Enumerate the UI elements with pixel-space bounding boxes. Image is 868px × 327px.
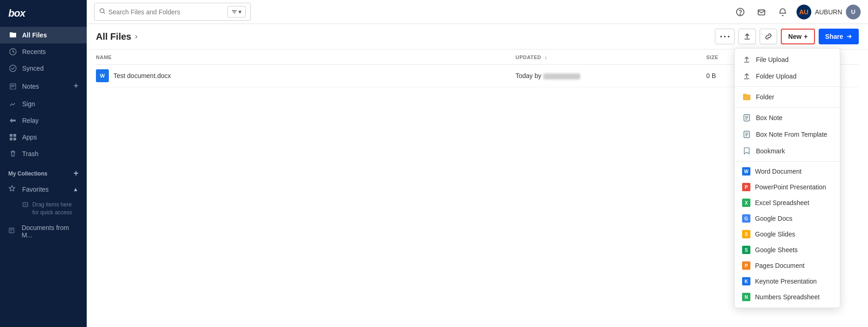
dropdown-file-upload[interactable]: File Upload (735, 51, 840, 68)
share-button[interactable]: Share (819, 29, 859, 44)
dropdown-google-docs[interactable]: G Google Docs (735, 211, 840, 226)
dropdown-box-note-template[interactable]: Box Note From Template (735, 126, 840, 143)
dropdown-folder-upload[interactable]: Folder Upload (735, 68, 840, 85)
search-input[interactable] (108, 8, 225, 16)
dropdown-word[interactable]: W Word Document (735, 164, 840, 179)
box-note-template-icon (742, 130, 751, 139)
file-name-label: Test document.docx (113, 72, 171, 79)
dropdown-excel[interactable]: X Excel Spreadsheet (735, 195, 840, 211)
dropdown-keynote[interactable]: K Keynote Presentation (735, 273, 840, 289)
trash-icon (8, 150, 18, 157)
dropdown-powerpoint[interactable]: P PowerPoint Presentation (735, 179, 840, 195)
dropdown-google-slides[interactable]: S Google Slides (735, 226, 840, 242)
gslides-icon: S (742, 230, 750, 238)
bookmark-label: Bookmark (756, 147, 785, 155)
auburn-logo: AU (799, 8, 809, 16)
bell-button[interactable] (775, 5, 790, 19)
new-plus-icon: + (804, 33, 808, 40)
sidebar-item-apps[interactable]: Apps (0, 129, 87, 145)
folder-upload-icon (742, 72, 751, 81)
dropdown-bookmark[interactable]: Bookmark (735, 143, 840, 159)
user-menu[interactable]: AU AUBURN U (797, 5, 861, 19)
box-note-label: Box Note (756, 114, 783, 121)
favorites-icon (8, 185, 18, 194)
sidebar-nav: All Files Recents Synced Notes + (0, 27, 87, 327)
sidebar-recents-label: Recents (22, 48, 46, 55)
dropdown-pages[interactable]: P Pages Document (735, 258, 840, 273)
notes-add-icon[interactable]: + (73, 81, 78, 91)
dropdown-folder[interactable]: Folder (735, 89, 840, 105)
svg-rect-5 (13, 138, 16, 140)
sidebar-item-sign[interactable]: Sign (0, 96, 87, 112)
breadcrumb-chevron-icon: › (135, 32, 137, 41)
sidebar-item-synced[interactable]: Synced (0, 60, 87, 77)
box-note-icon (742, 113, 751, 122)
box-wordmark: box (8, 7, 25, 19)
upload-icon (742, 55, 751, 64)
sidebar-favorites-label: Favorites (22, 186, 73, 193)
dropdown-numbers[interactable]: N Numbers Spreadsheet (735, 289, 840, 305)
svg-rect-3 (13, 134, 16, 137)
file-area-header: All Files › • • • New + Share (87, 24, 868, 49)
sidebar-item-trash[interactable]: Trash (0, 145, 87, 162)
sidebar-item-docs-from[interactable]: Documents from M... (0, 220, 87, 242)
sidebar: box All Files Recents Synced (0, 0, 87, 327)
folder-label: Folder (756, 93, 774, 101)
sidebar-item-favorites[interactable]: Favorites ▲ (0, 181, 87, 197)
gslides-label: Google Slides (755, 230, 795, 238)
check-circle-icon (8, 65, 18, 72)
new-label: New (788, 33, 802, 40)
sidebar-relay-label: Relay (22, 117, 39, 124)
username-label: AUBURN (815, 8, 842, 16)
collections-add-icon[interactable]: + (73, 169, 78, 178)
app-logo: box (0, 0, 87, 27)
dropdown-google-sheets[interactable]: S Google Sheets (735, 242, 840, 258)
col-updated-header[interactable]: Updated ↓ (516, 49, 707, 65)
dropdown-divider-1 (735, 86, 840, 87)
file-updated-cell: Today by (516, 65, 707, 87)
help-button[interactable] (733, 5, 748, 19)
keynote-label: Keynote Presentation (755, 278, 817, 285)
breadcrumb-title: All Files (96, 31, 131, 42)
user-badge: AU (797, 5, 811, 19)
pages-icon: P (742, 261, 750, 270)
gsheets-label: Google Sheets (755, 246, 798, 254)
drag-hint-icon (22, 201, 29, 210)
new-dropdown-menu: File Upload Folder Upload Folder Box Not… (734, 48, 840, 308)
more-options-button[interactable]: • • • (715, 29, 735, 44)
sidebar-item-all-files[interactable]: All Files (0, 27, 87, 43)
folder-upload-label: Folder Upload (756, 73, 797, 80)
more-options-icon: • • • (720, 33, 730, 40)
sidebar-item-recents[interactable]: Recents (0, 43, 87, 60)
notes-icon (8, 83, 18, 90)
numbers-label: Numbers Spreadsheet (755, 293, 820, 301)
svg-rect-4 (10, 138, 12, 140)
new-button[interactable]: New + (781, 29, 815, 44)
user-avatar: U (846, 5, 861, 19)
numbers-icon: N (742, 293, 750, 301)
sidebar-item-notes[interactable]: Notes + (0, 77, 87, 96)
my-collections-label: My Collections (8, 170, 48, 177)
share-label: Share (825, 33, 843, 40)
excel-label: Excel Spreadsheet (755, 199, 809, 206)
link-button[interactable] (760, 29, 777, 44)
box-note-template-label: Box Note From Template (756, 131, 827, 138)
my-collections-section: My Collections + (0, 162, 87, 181)
sidebar-notes-label: Notes (22, 83, 39, 90)
mail-button[interactable] (754, 5, 769, 19)
updated-by-blurred (543, 73, 580, 79)
search-filter-button[interactable]: ▾ (227, 6, 246, 18)
ppt-icon: P (742, 183, 750, 191)
pages-label: Pages Document (755, 262, 804, 269)
excel-icon: X (742, 199, 750, 207)
clock-icon (8, 48, 18, 55)
topbar-icons: AU AUBURN U (733, 5, 861, 19)
upload-button[interactable] (738, 29, 756, 44)
sidebar-sign-label: Sign (22, 100, 35, 108)
file-actions-toolbar: • • • New + Share (715, 29, 859, 44)
ppt-label: PowerPoint Presentation (755, 183, 826, 191)
sidebar-trash-label: Trash (22, 150, 38, 157)
bookmark-icon (742, 146, 751, 156)
dropdown-box-note[interactable]: Box Note (735, 109, 840, 126)
sidebar-item-relay[interactable]: Relay (0, 112, 87, 129)
